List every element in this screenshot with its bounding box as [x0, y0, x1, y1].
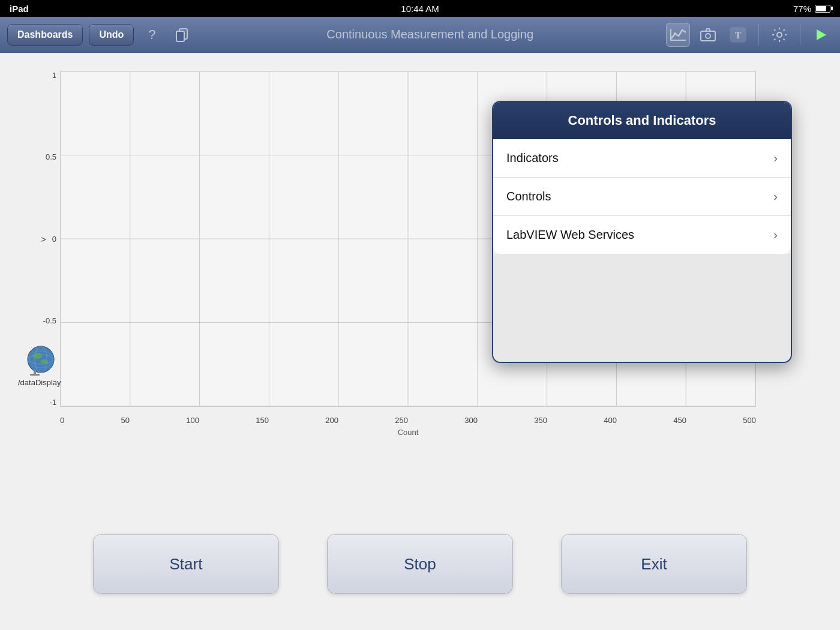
- svg-rect-5: [701, 31, 715, 41]
- svg-rect-1: [176, 31, 184, 41]
- camera-icon-button[interactable]: [696, 23, 720, 47]
- device-name: iPad: [10, 4, 29, 14]
- y-tick-1: 1: [52, 71, 56, 80]
- svg-rect-4: [670, 29, 671, 40]
- panel-header: Controls and Indicators: [493, 102, 791, 139]
- settings-icon-button[interactable]: [767, 23, 791, 47]
- x-tick-150: 150: [256, 416, 269, 425]
- text-icon-button[interactable]: T: [726, 23, 750, 47]
- panel-items: Indicators › Controls › LabVIEW Web Serv…: [493, 139, 791, 254]
- x-tick-400: 400: [604, 416, 617, 425]
- battery-percent: 77%: [793, 4, 811, 14]
- help-button[interactable]: ?: [140, 23, 164, 47]
- indicators-item[interactable]: Indicators ›: [493, 139, 791, 178]
- x-tick-450: 450: [673, 416, 686, 425]
- toolbar: Dashboards Undo ? Continuous Measurement…: [0, 17, 840, 53]
- play-button[interactable]: [809, 23, 833, 47]
- status-bar: iPad 10:44 AM 77%: [0, 0, 840, 17]
- y-tick-0: 0: [52, 235, 56, 244]
- battery-icon: [815, 5, 830, 13]
- controls-panel: Controls and Indicators Indicators › Con…: [492, 101, 792, 363]
- x-axis-label: Count: [60, 428, 756, 437]
- svg-point-32: [32, 353, 42, 359]
- x-tick-300: 300: [464, 416, 478, 425]
- indicators-label: Indicators: [506, 151, 559, 165]
- toolbar-separator-2: [800, 24, 800, 46]
- panel-empty-area: [493, 254, 791, 362]
- x-tick-50: 50: [121, 416, 130, 425]
- controls-item[interactable]: Controls ›: [493, 178, 791, 216]
- dashboards-button[interactable]: Dashboards: [7, 24, 83, 46]
- y-axis-symbol: >: [41, 234, 46, 244]
- chart-icon-button[interactable]: [666, 23, 690, 47]
- indicators-arrow: ›: [773, 151, 778, 165]
- x-tick-500: 500: [743, 416, 756, 425]
- data-display-label: /dataDisplay: [18, 378, 61, 387]
- x-tick-200: 200: [325, 416, 338, 425]
- svg-point-33: [41, 359, 48, 364]
- panel-title: Controls and Indicators: [568, 113, 716, 128]
- x-tick-350: 350: [534, 416, 547, 425]
- svg-point-6: [706, 34, 710, 38]
- main-area: 1 0.5 0 -0.5 -1 >: [0, 53, 840, 630]
- labview-web-services-item[interactable]: LabVIEW Web Services ›: [493, 216, 791, 254]
- stop-button[interactable]: Stop: [327, 534, 513, 594]
- svg-point-9: [777, 32, 782, 37]
- toolbar-separator: [758, 24, 759, 46]
- svg-rect-3: [670, 40, 686, 41]
- y-tick-05: 0.5: [46, 152, 56, 161]
- bottom-buttons: Start Stop Exit: [0, 534, 840, 594]
- y-tick-neg05: -0.5: [43, 316, 56, 325]
- page-title: Continuous Measurement and Logging: [200, 28, 660, 41]
- svg-marker-10: [817, 29, 826, 40]
- controls-label: Controls: [506, 190, 551, 203]
- svg-point-2: [674, 32, 676, 35]
- x-tick-250: 250: [395, 416, 408, 425]
- undo-button[interactable]: Undo: [89, 24, 134, 46]
- controls-arrow: ›: [773, 190, 778, 203]
- x-axis: 0 50 100 150 200 250 300 350 400 450 500: [60, 416, 756, 425]
- svg-rect-35: [30, 374, 40, 376]
- svg-text:T: T: [735, 30, 742, 40]
- data-display-icon[interactable]: /dataDisplay: [18, 341, 61, 387]
- exit-button[interactable]: Exit: [561, 534, 747, 594]
- start-button[interactable]: Start: [93, 534, 279, 594]
- globe-icon: [19, 341, 61, 377]
- status-time: 10:44 AM: [401, 4, 439, 14]
- x-tick-0: 0: [60, 416, 64, 425]
- labview-web-services-label: LabVIEW Web Services: [506, 228, 634, 242]
- copy-button[interactable]: [170, 23, 194, 47]
- y-tick-neg1: -1: [49, 398, 56, 407]
- labview-web-services-arrow: ›: [773, 228, 778, 242]
- battery-status: 77%: [793, 4, 830, 14]
- x-tick-100: 100: [186, 416, 199, 425]
